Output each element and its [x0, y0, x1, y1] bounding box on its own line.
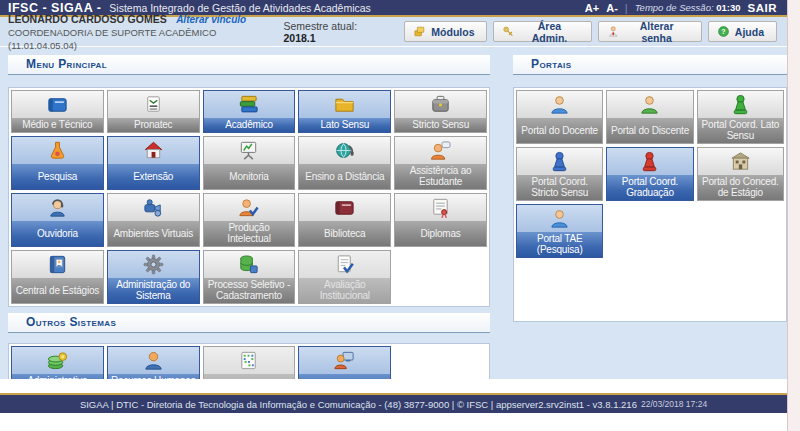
- tile-avaliacao-institucional[interactable]: Avaliação Institucional: [298, 250, 391, 304]
- flask-icon: [12, 137, 103, 164]
- footer-timestamp: 22/03/2018 17:24: [641, 399, 707, 409]
- money-stack-icon: [12, 347, 103, 374]
- toolbar-button-ajuda[interactable]: Ajuda: [708, 21, 777, 42]
- tile-ambientes-virtuais[interactable]: Ambientes Virtuais: [107, 193, 200, 247]
- tile-label: SIGAdmin: [299, 374, 390, 379]
- toolbar-button-label: Alterar senha: [624, 20, 688, 44]
- tile-label: Portal Coord. Lato Sensu: [698, 118, 783, 143]
- tile-academico[interactable]: Acadêmico: [203, 90, 296, 133]
- tile-pronatec[interactable]: Pronatec: [107, 90, 200, 133]
- person-teacher-icon: [517, 205, 602, 232]
- tile-diplomas[interactable]: Diplomas: [394, 193, 487, 247]
- toolbar-button-modulos[interactable]: Módulos: [404, 21, 487, 42]
- font-decrease-button[interactable]: A-: [606, 2, 618, 14]
- password-icon: [607, 25, 619, 38]
- tile-ouvidoria[interactable]: Ouvidoria: [11, 193, 104, 247]
- toolbar-button-alterar-senha[interactable]: Alterar senha: [598, 21, 702, 42]
- outros-sistemas-panel: Administrativo (SIPAC)Recursos Humanos (…: [8, 343, 490, 379]
- tile-extensao[interactable]: Extensão: [107, 136, 200, 190]
- left-column: Menu Principal Médio e TécnicoPronatecAc…: [8, 55, 490, 379]
- toolbar: MódulosÁrea Admin.Alterar senhaAjuda: [404, 21, 777, 42]
- tile-label: Ensino a Distância: [299, 164, 390, 189]
- tile-recursos-humanos-sigrh[interactable]: Recursos Humanos (SIGRH): [107, 346, 200, 379]
- portais-grid: Portal do DocentePortal do DiscentePorta…: [516, 90, 784, 258]
- right-column: Portais Portal do DocentePortal do Disce…: [513, 55, 787, 379]
- tile-monitoria[interactable]: Monitoria: [203, 136, 296, 190]
- tile-stricto-sensu[interactable]: Stricto Sensu: [394, 90, 487, 133]
- id-card-icon: [108, 91, 199, 118]
- tile-processo-seletivo-cadastramento[interactable]: Processo Seletivo - Cadastramento: [203, 250, 296, 304]
- books-stack-icon: [204, 91, 295, 118]
- building-icon: [698, 148, 783, 175]
- gear-icon: [108, 251, 199, 278]
- tile-label: Extensão: [108, 164, 199, 189]
- pawn-red-icon: [607, 148, 692, 175]
- tile-label: Administrativo (SIPAC): [12, 374, 103, 379]
- tile-label: Pesquisa: [12, 164, 103, 189]
- toolbar-button-label: Módulos: [431, 26, 474, 38]
- tile-label: Portal do Discente: [607, 118, 692, 143]
- font-increase-button[interactable]: A+: [585, 2, 599, 14]
- footer-text: SIGAA | DTIC - Diretoria de Tecnologia d…: [80, 399, 637, 410]
- page-body: Menu Principal Médio e TécnicoPronatecAc…: [0, 47, 787, 379]
- tile-ensino-a-distancia[interactable]: Ensino a Distância: [298, 136, 391, 190]
- binder-person-icon: [12, 251, 103, 278]
- tile-biblioteca[interactable]: Biblioteca: [298, 193, 391, 247]
- database-icon: [204, 251, 295, 278]
- window-edge-strip: [787, 0, 800, 431]
- document-check-icon: [299, 251, 390, 278]
- tile-central-de-estagios[interactable]: Central de Estágios: [11, 250, 104, 304]
- logout-button[interactable]: SAIR: [748, 2, 777, 14]
- toolbar-button-label: Área Admin.: [520, 20, 579, 44]
- footer-bar: SIGAA | DTIC - Diretoria de Tecnologia d…: [0, 393, 787, 413]
- tile-pesquisa[interactable]: Pesquisa: [11, 136, 104, 190]
- tile-lato-sensu[interactable]: Lato Sensu: [298, 90, 391, 133]
- house-icon: [108, 137, 199, 164]
- tile-sigcertame[interactable]: SIGCertame: [203, 346, 296, 379]
- tile-sigadmin[interactable]: SIGAdmin: [298, 346, 391, 379]
- tile-portal-tae-pesquisa[interactable]: Portal TAE (Pesquisa): [516, 204, 603, 258]
- tile-portal-coord-stricto-sensu[interactable]: Portal Coord. Stricto Sensu: [516, 147, 603, 201]
- globe-headset-icon: [299, 137, 390, 164]
- tile-label: Médio e Técnico: [12, 118, 103, 132]
- tile-label: Recursos Humanos (SIGRH): [108, 374, 199, 379]
- tile-portal-do-discente[interactable]: Portal do Discente: [606, 90, 693, 144]
- tile-label: Administração do Sistema: [108, 278, 199, 303]
- toolbar-button-label: Ajuda: [735, 26, 764, 38]
- divider: |: [625, 2, 628, 14]
- sigaa-screen: IFSC - SIGAA - Sistema Integrado de Gest…: [0, 0, 800, 431]
- tile-administracao-do-sistema[interactable]: Administração do Sistema: [107, 250, 200, 304]
- tile-label: Portal TAE (Pesquisa): [517, 232, 602, 257]
- section-header-outros-sistemas: Outros Sistemas: [8, 313, 490, 333]
- tile-assistencia-ao-estudante[interactable]: Assistência ao Estudante: [394, 136, 487, 190]
- tile-portal-do-docente[interactable]: Portal do Docente: [516, 90, 603, 144]
- toolbar-button-area-admin[interactable]: Área Admin.: [493, 21, 591, 42]
- tile-label: Portal do Docente: [517, 118, 602, 143]
- user-unit: COORDENADORIA DE SUPORTE ACADÊMICO (11.0…: [8, 26, 284, 52]
- tile-producao-intelectual[interactable]: Produção Intelectual: [203, 193, 296, 247]
- tile-label: Produção Intelectual: [204, 221, 295, 246]
- tile-label: Monitoria: [204, 164, 295, 189]
- book-icon: [12, 91, 103, 118]
- tile-label: Stricto Sensu: [395, 118, 486, 132]
- projector-icon: [108, 194, 199, 221]
- folder-icon: [299, 91, 390, 118]
- tile-administrativo-sipac[interactable]: Administrativo (SIPAC): [11, 346, 104, 379]
- tile-portal-do-conced-de-estagio[interactable]: Portal do Conced. de Estágio: [697, 147, 784, 201]
- tile-label: Avaliação Institucional: [299, 278, 390, 303]
- person-check-icon: [204, 194, 295, 221]
- modules-icon: [413, 25, 426, 38]
- tile-label: Ambientes Virtuais: [108, 221, 199, 246]
- tile-portal-coord-lato-sensu[interactable]: Portal Coord. Lato Sensu: [697, 90, 784, 144]
- change-bond-link[interactable]: Alterar vínculo: [176, 14, 246, 25]
- key-icon: [502, 25, 514, 38]
- portais-panel: Portal do DocentePortal do DiscentePorta…: [513, 87, 787, 322]
- presentation-board-icon: [204, 137, 295, 164]
- user-info-bar: LEONARDO CARDOSO GOMES Alterar vínculo C…: [0, 17, 787, 47]
- tile-portal-coord-graduacao[interactable]: Portal Coord. Graduação: [606, 147, 693, 201]
- tile-medio-e-tecnico[interactable]: Médio e Técnico: [11, 90, 104, 133]
- tile-label: Portal Coord. Stricto Sensu: [517, 175, 602, 200]
- session-timer: Tempo de Sessão: 01:30: [635, 2, 741, 13]
- tile-label: Acadêmico: [204, 118, 295, 132]
- person-speech-icon: [395, 137, 486, 164]
